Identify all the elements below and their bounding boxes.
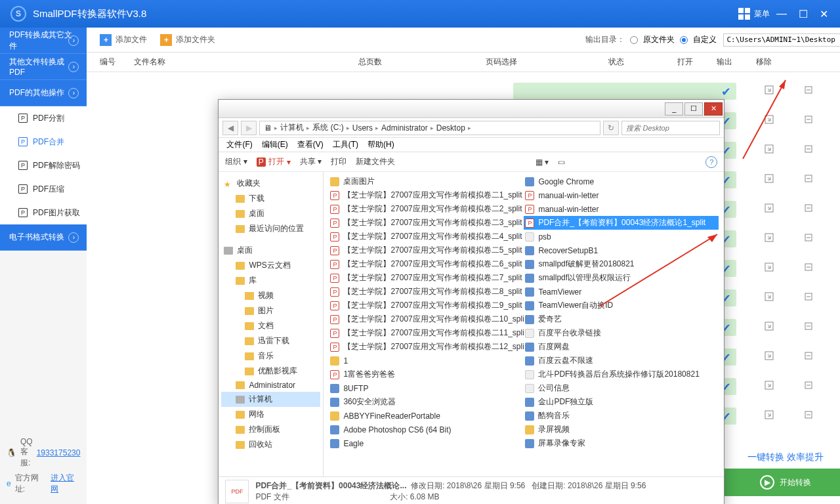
- radio-custom-folder[interactable]: [680, 36, 688, 44]
- file-item[interactable]: ABBYYFineReaderPortable: [329, 409, 524, 423]
- output-button[interactable]: [789, 144, 828, 156]
- share-button[interactable]: 共享 ▾: [300, 156, 322, 167]
- output-button[interactable]: [789, 85, 828, 97]
- open-file-button[interactable]: [749, 410, 789, 422]
- open-file-button[interactable]: [749, 203, 789, 215]
- dialog-maximize-button[interactable]: ☐: [684, 102, 703, 116]
- file-item[interactable]: smallpdf以管理员权限运行: [524, 271, 719, 285]
- view-options-button[interactable]: ▦ ▾: [536, 158, 549, 167]
- sidebar-item-pdf-merge[interactable]: PPDF合并: [0, 130, 87, 154]
- remove-button[interactable]: [828, 144, 840, 156]
- output-button[interactable]: [789, 350, 828, 363]
- file-item[interactable]: P【芝士学院】27007应用文写作考前模拟卷二2_split: [329, 202, 524, 216]
- menu-edit[interactable]: 编辑(E): [258, 138, 292, 152]
- open-file-button[interactable]: [749, 85, 789, 97]
- remove-button[interactable]: [828, 114, 840, 127]
- add-folder-button[interactable]: +添加文件夹: [155, 32, 220, 49]
- maximize-button[interactable]: ☐: [799, 8, 808, 20]
- file-item[interactable]: P【芝士学院】27007应用文写作考前模拟卷二9_split: [329, 299, 524, 312]
- tree-item[interactable]: 视频: [221, 288, 320, 303]
- open-file-button[interactable]: [749, 291, 789, 304]
- tree-item[interactable]: 文档: [221, 318, 320, 333]
- remove-button[interactable]: [828, 203, 840, 215]
- open-file-button[interactable]: [749, 321, 789, 333]
- file-item[interactable]: 百度网盘: [524, 340, 719, 354]
- tree-item[interactable]: 桌面: [221, 206, 320, 221]
- sidebar-item-pdf-compress[interactable]: PPDF压缩: [0, 177, 87, 201]
- open-file-button[interactable]: [749, 380, 789, 392]
- file-item[interactable]: TeamViewer自动换ID: [524, 299, 719, 312]
- file-item[interactable]: P【芝士学院】27007应用文写作考前模拟卷二5_split: [329, 243, 524, 257]
- file-item[interactable]: 爱奇艺: [524, 312, 719, 326]
- file-item[interactable]: P【芝士学院】27007应用文写作考前模拟卷二12_split: [329, 340, 524, 354]
- print-button[interactable]: 打印: [331, 156, 346, 167]
- sidebar-item-pdf-split[interactable]: PPDF分割: [0, 106, 87, 130]
- minimize-button[interactable]: —: [776, 8, 787, 20]
- sidebar-item-pdf-unlock[interactable]: PPDF解除密码: [0, 154, 87, 177]
- close-button[interactable]: ✕: [820, 8, 828, 20]
- open-file-button[interactable]: [749, 114, 789, 127]
- remove-button[interactable]: [828, 173, 840, 186]
- remove-button[interactable]: [828, 85, 840, 97]
- remove-button[interactable]: [828, 321, 840, 333]
- start-convert-button[interactable]: ▶ 开始转换: [717, 469, 840, 496]
- output-button[interactable]: [789, 321, 828, 333]
- file-item[interactable]: P【芝士学院】27007应用文写作考前模拟卷二6_split: [329, 257, 524, 271]
- file-item[interactable]: P【芝士学院】27007应用文写作考前模拟卷二10_split: [329, 312, 524, 326]
- back-button[interactable]: ◀: [222, 121, 238, 135]
- remove-button[interactable]: [828, 291, 840, 304]
- file-item[interactable]: P【芝士学院】27007应用文写作考前模拟卷二1_split: [329, 188, 524, 202]
- tree-item[interactable]: 最近访问的位置: [221, 221, 320, 236]
- file-item[interactable]: Eagle: [329, 436, 524, 450]
- file-item[interactable]: 公司信息: [524, 381, 719, 395]
- file-item[interactable]: 360安全浏览器: [329, 395, 524, 409]
- refresh-button[interactable]: ↻: [603, 121, 619, 135]
- sidebar-item-pdf-extract-img[interactable]: PPDF图片获取: [0, 201, 87, 224]
- tree-item[interactable]: 库: [221, 273, 320, 288]
- menu-file[interactable]: 文件(F): [222, 138, 256, 152]
- menu-help[interactable]: 帮助(H): [364, 138, 398, 152]
- file-item[interactable]: PPDF合并_【考前资料】00043经济法概论1_split: [524, 216, 719, 230]
- remove-button[interactable]: [828, 380, 840, 392]
- tree-item[interactable]: 迅雷下载: [221, 333, 320, 348]
- remove-button[interactable]: [828, 410, 840, 422]
- menu-button[interactable]: 菜单: [738, 8, 770, 20]
- breadcrumb[interactable]: 🖥 ▸计算机 ▸系统 (C:) ▸Users ▸Administrator ▸D…: [259, 121, 600, 135]
- output-path-input[interactable]: [723, 33, 840, 47]
- remove-button[interactable]: [828, 232, 840, 245]
- file-item[interactable]: Adobe Photoshop CS6 (64 Bit): [329, 423, 524, 436]
- forward-button[interactable]: ▶: [241, 121, 257, 135]
- file-item[interactable]: Pmanual-win-letter: [524, 202, 719, 216]
- output-button[interactable]: [789, 291, 828, 304]
- file-item[interactable]: Pmanual-win-letter: [524, 188, 719, 202]
- open-file-button[interactable]: [749, 232, 789, 245]
- file-item[interactable]: P1富爸爸穷爸爸: [329, 368, 524, 381]
- file-item[interactable]: 百度云盘不限速: [524, 354, 719, 368]
- sidebar-cat-other-to-pdf[interactable]: 其他文件转换成PDF›: [0, 54, 87, 80]
- tree-item[interactable]: WPS云文档: [221, 258, 320, 273]
- file-item[interactable]: P【芝士学院】27007应用文写作考前模拟卷二4_split: [329, 230, 524, 243]
- file-item[interactable]: 金山PDF独立版: [524, 395, 719, 409]
- preview-pane-button[interactable]: ▭: [558, 158, 565, 167]
- file-item[interactable]: 屏幕录像专家: [524, 436, 719, 450]
- tree-item[interactable]: 回收站: [221, 437, 320, 452]
- tree-item[interactable]: 计算机: [221, 392, 320, 407]
- file-item[interactable]: P【芝士学院】27007应用文写作考前模拟卷二8_split: [329, 285, 524, 299]
- radio-original-folder[interactable]: [630, 36, 638, 44]
- open-file-button[interactable]: [749, 262, 789, 274]
- tree-item[interactable]: 音乐: [221, 348, 320, 364]
- output-button[interactable]: [789, 410, 828, 422]
- sidebar-cat-pdf-other-ops[interactable]: PDF的其他操作›: [0, 80, 87, 106]
- open-file-button[interactable]: [749, 144, 789, 156]
- site-link[interactable]: 进入官网: [51, 472, 80, 495]
- menu-tools[interactable]: 工具(T): [329, 138, 362, 152]
- file-item[interactable]: smallpdf破解更替20180821: [524, 257, 719, 271]
- tree-item[interactable]: Administrator: [221, 379, 320, 392]
- output-button[interactable]: [789, 380, 828, 392]
- open-file-button[interactable]: [749, 350, 789, 363]
- file-item[interactable]: Google Chrome: [524, 175, 719, 188]
- qq-link[interactable]: 1933175230: [37, 448, 81, 457]
- tree-item[interactable]: ★收藏夹: [221, 176, 320, 191]
- file-item[interactable]: 8UFTP: [329, 381, 524, 395]
- file-item[interactable]: 北斗PDF转换器后台系统操作修订版20180821: [524, 368, 719, 381]
